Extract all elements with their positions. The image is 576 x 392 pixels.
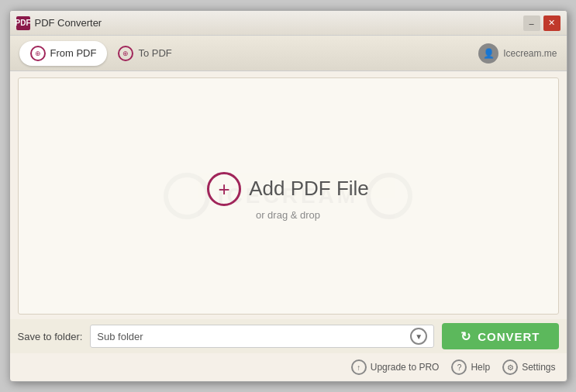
convert-button[interactable]: ↻ CONVERT — [442, 323, 558, 349]
settings-icon: ⚙ — [502, 359, 518, 375]
add-file-area[interactable]: + Add PDF File or drag & drop — [207, 172, 369, 221]
add-file-icon: + — [207, 172, 241, 206]
app-icon: PDF — [16, 16, 30, 30]
minimize-button[interactable]: – — [523, 15, 540, 31]
upgrade-button[interactable]: ↑ Upgrade to PRO — [351, 359, 440, 375]
tab-from-pdf-label: From PDF — [50, 47, 97, 59]
help-icon: ? — [451, 359, 467, 375]
folder-value: Sub folder — [97, 331, 143, 342]
drop-zone[interactable]: Icecream + Add PDF File or drag & drop — [18, 77, 559, 315]
tab-to-pdf-label: To PDF — [138, 47, 171, 59]
tab-from-pdf[interactable]: ⊕ From PDF — [19, 41, 108, 66]
brand-label: Icecream.me — [503, 48, 557, 59]
folder-select[interactable]: Sub folder ▼ — [90, 325, 434, 348]
brand-area: 👤 Icecream.me — [478, 43, 557, 64]
settings-label: Settings — [522, 362, 555, 373]
title-bar-left: PDF PDF Converter — [16, 16, 102, 30]
upgrade-icon: ↑ — [351, 359, 367, 375]
close-button[interactable]: ✕ — [543, 15, 560, 31]
help-button[interactable]: ? Help — [451, 359, 490, 375]
footer-bar: ↑ Upgrade to PRO ? Help ⚙ Settings — [10, 353, 567, 381]
convert-icon: ↻ — [460, 329, 471, 344]
title-bar: PDF PDF Converter – ✕ — [10, 11, 567, 36]
upgrade-label: Upgrade to PRO — [371, 362, 440, 373]
settings-button[interactable]: ⚙ Settings — [502, 359, 555, 375]
tab-bar: ⊕ From PDF ⊕ To PDF 👤 Icecream.me — [10, 36, 567, 71]
help-label: Help — [471, 362, 490, 373]
add-file-row: + Add PDF File — [207, 172, 369, 206]
dropdown-arrow-icon: ▼ — [410, 328, 427, 345]
add-file-label: Add PDF File — [249, 177, 369, 201]
brand-icon: 👤 — [478, 43, 498, 64]
drag-drop-label: or drag & drop — [256, 209, 320, 221]
to-pdf-icon: ⊕ — [118, 46, 133, 61]
title-bar-controls: – ✕ — [523, 15, 560, 31]
from-pdf-icon: ⊕ — [30, 46, 46, 61]
bottom-bar: Save to folder: Sub folder ▼ ↻ CONVERT — [10, 319, 567, 353]
tab-to-pdf[interactable]: ⊕ To PDF — [107, 41, 182, 66]
window-title: PDF Converter — [35, 17, 102, 29]
main-window: PDF PDF Converter – ✕ ⊕ From PDF ⊕ To PD… — [9, 10, 567, 382]
convert-label: CONVERT — [478, 330, 540, 343]
save-folder-label: Save to folder: — [18, 331, 83, 342]
